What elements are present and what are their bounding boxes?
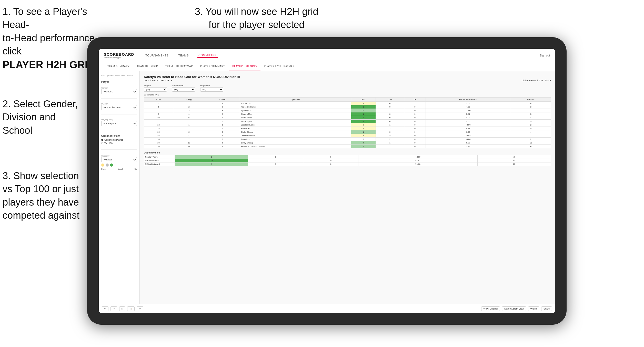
sub-nav-player-h2h[interactable]: PLAYER H2H GRID [229, 62, 260, 71]
instr-mid1: 2. Select Gender, [3, 99, 78, 109]
undo-btn[interactable]: ↩ [102, 306, 108, 311]
region-label: Region [144, 84, 167, 87]
radio-opponents-played[interactable]: Opponents Played [101, 139, 137, 141]
reset-btn[interactable]: ↺ [137, 306, 143, 311]
watch-btn[interactable]: Watch [528, 306, 539, 311]
out-of-division: Out of division Foreign Team 1 0 0 4.500… [144, 151, 551, 166]
copy-btn[interactable]: ⎘ [119, 306, 125, 311]
col-win: Win [351, 98, 376, 102]
grid-title: Katelyn Vo Head-to-Head Grid for Women's… [144, 75, 551, 79]
player-rank-label: Player (Rank) [101, 119, 137, 121]
tablet-frame: SCOREBOARD Powered by clippd TOURNAMENTS… [87, 37, 567, 325]
region-select[interactable]: (All) [144, 87, 167, 92]
opponent-view-title: Opponent view [101, 134, 137, 137]
opponents-label-row: Opponents: (All) [144, 94, 551, 96]
table-row: 6 3 3 Sydney Kuo 0 1 0 -1.00 3 [144, 109, 551, 112]
logo-area: SCOREBOARD Powered by clippd [104, 52, 134, 59]
sub-nav-team-summary[interactable]: TEAM SUMMARY [104, 62, 133, 71]
colour-label-level: Level [118, 168, 123, 170]
nav-item-committee[interactable]: COMMITTEE [197, 53, 218, 58]
colour-section: Colour by Win/loss Down Level Up [101, 155, 137, 170]
col-rounds: Rounds [511, 98, 551, 102]
filter-section: Region (All) Conference (All) Opponent [144, 84, 551, 92]
nav-item-teams[interactable]: TEAMS [177, 53, 190, 57]
radio-label-opponents: Opponents Played [104, 139, 123, 141]
nav-item-tournaments[interactable]: TOURNAMENTS [144, 53, 169, 57]
left-panel: Last Updated: 27/03/2024 16:55:38 Player… [99, 71, 140, 304]
save-custom-btn[interactable]: Save Custom View [502, 306, 526, 311]
main-data-table: # Div # Reg # Conf Opponent Win Loss Tie… [144, 97, 551, 148]
colour-by-label: Colour by [101, 155, 137, 157]
paste-btn[interactable]: 📋 [127, 306, 135, 311]
col-div: # Div [144, 98, 173, 102]
table-row: 3 1 1 Esther Lee 1 0 1 1.50 4 [144, 102, 551, 105]
radio-dot-top100 [101, 142, 103, 144]
table-row: 20 11 7 Federica Domecq Lacroze 2 1 0 1.… [144, 145, 551, 148]
player-rank-select[interactable]: 8. Katelyn Vo [101, 121, 137, 126]
table-row: 13 1 1 Jessica Huang 0 1 0 -3.00 2 [144, 123, 551, 127]
table-row: 9 1 4 Sharon Mun 1 0 0 3.67 3 [144, 112, 551, 116]
sub-nav-player-summary[interactable]: PLAYER SUMMARY [196, 62, 229, 71]
gender-section: Gender Women's Men's [101, 87, 137, 94]
sub-nav-player-heatmap[interactable]: PLAYER H2H HEATMAP [260, 62, 298, 71]
opponent-select[interactable]: (All) [200, 87, 223, 92]
table-row: 19 10 6 Emily Chang 4 1 0 0.30 11 [144, 141, 551, 145]
colour-dot-level [106, 163, 109, 167]
conference-label: Conference [172, 84, 195, 87]
out-div-row: Foreign Team 1 0 0 4.500 2 [144, 155, 551, 159]
opponent-label: Opponent [200, 84, 223, 87]
table-row: 11 2 5 Heejo Hyun 1 0 0 3.33 3 [144, 120, 551, 123]
redo-btn[interactable]: ↪ [110, 306, 117, 311]
colour-dot-up [110, 163, 113, 167]
colour-by-select[interactable]: Win/loss [101, 157, 137, 162]
division-select[interactable]: NCAA Division III NCAA Division I NCAA D… [101, 105, 137, 110]
instruction-top-right: 3. You will now see H2H gridfor the play… [195, 5, 318, 32]
filter-conference: Conference (All) [172, 84, 195, 92]
out-of-div-title: Out of division [144, 151, 551, 154]
instruction-bottom-left: 3. Show selectionvs Top 100 or justplaye… [3, 169, 79, 222]
instruction-top-left: 1. To see a Player's Head- to-Head perfo… [3, 5, 100, 72]
sub-nav-team-h2h[interactable]: TEAM H2H GRID [133, 62, 162, 71]
col-loss: Loss [376, 98, 404, 102]
logo-text: SCOREBOARD [104, 52, 134, 56]
sign-out-link[interactable]: Sign out [540, 54, 550, 57]
radio-dot-opponents [101, 139, 103, 141]
colour-label-down: Down [101, 168, 106, 170]
table-row: 18 2 2 Euna Lee 0 2 0 -5.00 2 [144, 138, 551, 141]
instr-bold: PLAYER H2H GRID [3, 59, 95, 70]
instruction-mid-left: 2. Select Gender, Division and School [3, 98, 78, 137]
col-tie: Tie [404, 98, 426, 102]
table-row: 15 8 5 Stella Cheng 1 0 0 1.25 4 [144, 130, 551, 134]
tablet-screen: SCOREBOARD Powered by clippd TOURNAMENTS… [99, 49, 555, 313]
col-opponent: Opponent [240, 98, 351, 102]
table-row: 14 7 4 Eunice Yi 2 2 0 0.38 9 [144, 127, 551, 130]
colour-label-up: Up [134, 168, 137, 170]
instr-mid2: Division and [3, 112, 56, 122]
opponent-view-section: Opponent view Opponents Played Top 100 [101, 134, 137, 145]
division-label: Division [101, 103, 137, 105]
player-section-title: Player [101, 81, 137, 83]
record-row: Overall Record: 353 - 34 - 6 Division Re… [144, 79, 551, 82]
out-div-row: NAIA Division 1 15 0 0 9.267 30 [144, 159, 551, 162]
player-rank-section: Player (Rank) 8. Katelyn Vo [101, 119, 137, 126]
out-div-row: NCAA Division 2 5 0 0 7.400 10 [144, 162, 551, 166]
table-row: 10 6 3 Andrea York 2 0 0 4.00 4 [144, 116, 551, 120]
filter-opponent: Opponent (All) [200, 84, 223, 92]
colour-dot-down [101, 163, 104, 167]
sub-nav-team-heatmap[interactable]: TEAM H2H HEATMAP [162, 62, 196, 71]
division-section: Division NCAA Division III NCAA Division… [101, 103, 137, 110]
instr-line2: to-Head performance click [3, 33, 95, 56]
col-diff: Diff Av Strokes/Rnd [426, 98, 511, 102]
conference-select[interactable]: (All) [172, 87, 195, 92]
table-header-row: # Div # Reg # Conf Opponent Win Loss Tie… [144, 98, 551, 102]
colour-dots [101, 163, 137, 167]
sub-nav: TEAM SUMMARY TEAM H2H GRID TEAM H2H HEAT… [99, 62, 555, 71]
col-conf: # Conf [205, 98, 240, 102]
gender-select[interactable]: Women's Men's [101, 89, 137, 94]
nav-bar: SCOREBOARD Powered by clippd TOURNAMENTS… [99, 49, 555, 62]
logo-sub: Powered by clippd [104, 56, 134, 59]
radio-label-top100: Top 100 [104, 142, 113, 144]
view-original-btn[interactable]: View: Original [481, 306, 500, 311]
radio-top100[interactable]: Top 100 [101, 142, 137, 144]
share-btn[interactable]: Share [541, 306, 552, 311]
